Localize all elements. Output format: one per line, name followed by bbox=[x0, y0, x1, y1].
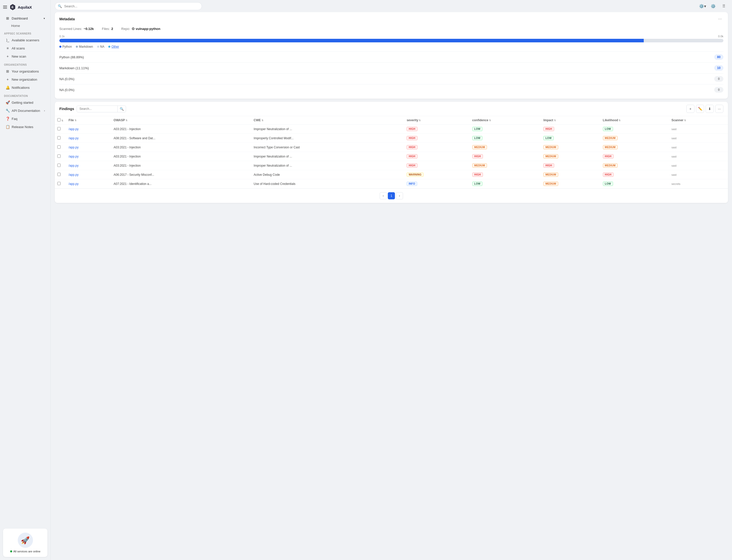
col-likelihood[interactable]: Likelihood bbox=[600, 116, 669, 125]
findings-card: Findings 🔍 + ✏️ ⬇ ··· bbox=[55, 102, 728, 203]
cell-owasp: A08:2021 - Software and Dat... bbox=[111, 134, 251, 143]
scanner-text: sast bbox=[671, 164, 676, 167]
cell-scanner: sast bbox=[669, 161, 728, 170]
settings-dropdown-btn[interactable]: ⚙️▾ bbox=[699, 2, 707, 10]
owasp-text: A03:2021 - Injection bbox=[114, 146, 141, 149]
cell-cwe: Incorrect Type Conversion or Cast bbox=[251, 143, 404, 152]
language-rows: Python (88.89%) 80 Markdown (11.11%) 10 … bbox=[55, 51, 728, 99]
sidebar-item-all-scans[interactable]: ≡ All scans bbox=[2, 44, 49, 52]
menu-icon[interactable] bbox=[3, 6, 7, 9]
sidebar-item-dashboard[interactable]: ⊞ Dashboard ▾ bbox=[2, 14, 49, 22]
row-checkbox[interactable] bbox=[57, 173, 61, 176]
legend-python[interactable]: Python bbox=[59, 45, 72, 48]
cell-confidence: HIGH bbox=[470, 170, 541, 179]
row-checkbox-cell[interactable] bbox=[55, 152, 66, 161]
chart-left-label: 0.1k bbox=[59, 35, 65, 38]
col-owasp[interactable]: OWASP bbox=[111, 116, 251, 125]
sidebar-item-home[interactable]: Home bbox=[2, 23, 49, 29]
github-icon: ⊙ bbox=[132, 27, 135, 31]
col-severity[interactable]: severity bbox=[404, 116, 469, 125]
row-checkbox[interactable] bbox=[57, 127, 61, 130]
cell-severity: INFO bbox=[404, 179, 469, 188]
sidebar-item-new-scan[interactable]: + New scan bbox=[2, 53, 49, 60]
col-impact[interactable]: Impact bbox=[541, 116, 600, 125]
select-all-header[interactable] bbox=[55, 116, 66, 125]
logo[interactable]: A AquilaX bbox=[9, 4, 32, 11]
legend-other[interactable]: Other bbox=[108, 45, 119, 48]
lang-row: Markdown (11.11%) 10 bbox=[59, 62, 723, 73]
findings-search-input[interactable] bbox=[77, 106, 117, 112]
new-org-icon: + bbox=[6, 77, 10, 81]
sidebar-item-label: Faq bbox=[12, 117, 17, 121]
sidebar-item-your-organizations[interactable]: ⊞ Your organizations bbox=[2, 67, 49, 75]
confidence-badge: LOW bbox=[472, 182, 482, 186]
metadata-menu-btn[interactable]: ··· bbox=[717, 16, 723, 22]
lang-count: 80 bbox=[714, 54, 723, 60]
legend-markdown[interactable]: Markdown bbox=[76, 45, 93, 48]
cell-likelihood: LOW bbox=[600, 125, 669, 134]
impact-badge: MEDIUM bbox=[543, 145, 558, 149]
findings-more-btn[interactable]: ··· bbox=[715, 105, 723, 113]
cell-impact: MEDIUM bbox=[541, 143, 600, 152]
cell-confidence: LOW bbox=[470, 125, 541, 134]
severity-badge: INFO bbox=[407, 182, 417, 186]
edit-findings-btn[interactable]: ✏️ bbox=[696, 105, 704, 113]
file-link[interactable]: /app.py bbox=[68, 182, 78, 186]
file-link[interactable]: /app.py bbox=[68, 136, 78, 140]
likelihood-badge: HIGH bbox=[603, 172, 614, 177]
row-checkbox-cell[interactable] bbox=[55, 143, 66, 152]
cell-cwe: Use of Hard-coded Credentials bbox=[251, 179, 404, 188]
sidebar-item-release-notes[interactable]: 📋 Release Notes bbox=[2, 123, 49, 131]
next-page-btn[interactable]: › bbox=[396, 192, 403, 199]
download-findings-btn[interactable]: ⬇ bbox=[706, 105, 714, 113]
row-checkbox-cell[interactable] bbox=[55, 161, 66, 170]
section-label-appsec: AppSec Scanners bbox=[0, 29, 50, 36]
prev-page-btn[interactable]: ‹ bbox=[380, 192, 387, 199]
grid-btn[interactable]: ⠿ bbox=[720, 2, 728, 10]
cell-scanner: sast bbox=[669, 170, 728, 179]
sidebar-item-label: API Documentation bbox=[12, 109, 40, 113]
sidebar-item-notifications[interactable]: 🔔 Notifications bbox=[2, 84, 49, 91]
col-confidence[interactable]: confidence bbox=[470, 116, 541, 125]
row-checkbox-cell[interactable] bbox=[55, 179, 66, 188]
page-1-btn[interactable]: 1 bbox=[388, 192, 395, 199]
likelihood-badge: MEDIUM bbox=[603, 145, 618, 149]
row-checkbox[interactable] bbox=[57, 154, 61, 158]
sidebar-item-available-scanners[interactable]: ⟩_ Available scanners bbox=[2, 36, 49, 44]
findings-search-btn[interactable]: 🔍 bbox=[117, 106, 126, 112]
row-checkbox[interactable] bbox=[57, 182, 61, 185]
file-link[interactable]: /app.py bbox=[68, 155, 78, 158]
row-checkbox-cell[interactable] bbox=[55, 170, 66, 179]
impact-badge: HIGH bbox=[543, 127, 554, 131]
cell-file: /app.py bbox=[66, 125, 111, 134]
row-checkbox-cell[interactable] bbox=[55, 125, 66, 134]
sidebar-item-faq[interactable]: ❓ Faq bbox=[2, 115, 49, 123]
repo-link[interactable]: ⊙ vulnapp-python bbox=[132, 27, 161, 31]
sidebar-item-getting-started[interactable]: 🚀 Getting started bbox=[2, 99, 49, 106]
file-link[interactable]: /app.py bbox=[68, 173, 78, 177]
file-link[interactable]: /app.py bbox=[68, 127, 78, 131]
row-checkbox[interactable] bbox=[57, 164, 61, 167]
sidebar-item-api-docs[interactable]: 🔧 API Documentation › bbox=[2, 107, 49, 114]
pagination: ‹ 1 › bbox=[55, 188, 728, 203]
file-link[interactable]: /app.py bbox=[68, 164, 78, 167]
select-all-checkbox[interactable] bbox=[57, 118, 61, 121]
files-stat: Files: 2 bbox=[102, 27, 113, 31]
gear-btn[interactable]: ⚙️ bbox=[709, 2, 717, 10]
chart-labels: 0.1k 0.0k bbox=[59, 35, 723, 38]
sidebar-item-label: Available scanners bbox=[12, 38, 39, 42]
sidebar-item-new-organization[interactable]: + New organization bbox=[2, 76, 49, 83]
search-input[interactable] bbox=[55, 2, 202, 10]
cell-owasp: A07:2021 - Identification a... bbox=[111, 179, 251, 188]
file-link[interactable]: /app.py bbox=[68, 146, 78, 149]
legend-na[interactable]: NA bbox=[97, 45, 104, 48]
row-checkbox[interactable] bbox=[57, 145, 61, 149]
col-scanner[interactable]: Scanner bbox=[669, 116, 728, 125]
row-checkbox[interactable] bbox=[57, 136, 61, 139]
severity-badge: HIGH bbox=[407, 127, 417, 131]
col-file[interactable]: File bbox=[66, 116, 111, 125]
col-cwe[interactable]: CWE bbox=[251, 116, 404, 125]
add-finding-btn[interactable]: + bbox=[686, 105, 694, 113]
lang-name: Python (88.89%) bbox=[59, 55, 714, 59]
row-checkbox-cell[interactable] bbox=[55, 134, 66, 143]
